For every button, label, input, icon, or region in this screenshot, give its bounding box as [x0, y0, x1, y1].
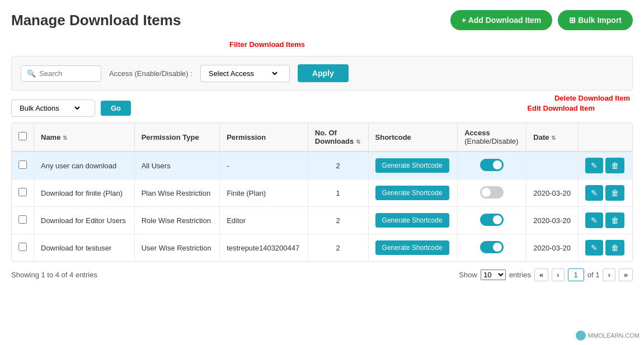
first-page-button[interactable]: «	[534, 268, 548, 281]
row-permission: Finite (Plan)	[220, 179, 308, 207]
access-toggle[interactable]	[480, 159, 504, 171]
row-downloads: 1	[308, 179, 368, 207]
row-checkbox[interactable]	[18, 188, 27, 196]
toggle-knob	[482, 188, 491, 197]
row-permission-type: Plan Wise Restriction	[134, 179, 219, 207]
toggle-knob	[493, 160, 502, 169]
col-header-access: Access(Enable/Disable)	[458, 123, 527, 152]
row-checkbox-cell	[12, 207, 34, 234]
row-date: 2020-03-20	[527, 234, 579, 262]
row-actions: ✎🗑	[579, 207, 632, 234]
col-header-permission: Permission	[220, 123, 308, 152]
showing-entries: Showing 1 to 4 of 4 entries	[11, 271, 97, 279]
toggle-knob	[493, 215, 502, 224]
show-label: Show	[459, 271, 477, 279]
bulk-import-button[interactable]: ⊞ Bulk Import	[558, 10, 633, 30]
edit-annotation: Edit Download Item	[527, 104, 595, 112]
delete-button[interactable]: 🗑	[605, 185, 624, 201]
edit-button[interactable]: ✎	[585, 240, 603, 256]
bulk-actions-wrapper: Bulk Actions Delete	[11, 100, 95, 117]
table-footer: Showing 1 to 4 of 4 entries Show 10 25 5…	[11, 268, 633, 281]
row-downloads: 2	[308, 234, 368, 262]
select-access-dropdown[interactable]: Select Access Enable Disable	[206, 69, 279, 78]
watermark: MMOLEARN.COM	[576, 330, 640, 341]
date-sort-icon[interactable]: ⇅	[551, 135, 556, 141]
row-name: Any user can download	[34, 152, 135, 179]
prev-page-button[interactable]: ‹	[552, 268, 564, 281]
row-access	[458, 234, 527, 262]
entries-label: entries	[509, 271, 531, 279]
filter-annotation-label: Filter Download Items	[229, 40, 305, 49]
row-permission: testrepute1403200447	[220, 234, 308, 262]
row-checkbox[interactable]	[18, 160, 27, 169]
next-page-button[interactable]: ›	[603, 268, 615, 281]
access-toggle[interactable]	[480, 241, 504, 253]
name-sort-icon[interactable]: ⇅	[63, 135, 67, 141]
download-items-table: Name ⇅ Permission Type Permission No. Of…	[11, 122, 633, 262]
watermark-text: MMOLEARN.COM	[588, 332, 640, 339]
delete-annotation: Delete Download Item	[554, 94, 630, 102]
generate-shortcode-button[interactable]: Generate Shortcode	[375, 186, 449, 200]
row-shortcode: Generate Shortcode	[368, 179, 458, 207]
action-buttons: ✎🗑	[585, 185, 626, 201]
edit-button[interactable]: ✎	[585, 158, 603, 173]
row-name: Download for testuser	[34, 234, 135, 262]
select-access-wrapper: Select Access Enable Disable	[200, 65, 290, 82]
row-access	[458, 152, 527, 179]
row-name: Download for finite (Plan)	[34, 179, 135, 207]
last-page-button[interactable]: »	[619, 268, 633, 281]
generate-shortcode-button[interactable]: Generate Shortcode	[375, 240, 449, 255]
delete-button[interactable]: 🗑	[605, 212, 624, 228]
pagination: Show 10 25 50 100 entries « ‹ 1 of 1 › »	[459, 268, 633, 281]
table-row: Download for Editor UsersRole Wise Restr…	[12, 207, 632, 234]
of-pages: of 1	[587, 271, 600, 279]
col-header-actions	[579, 123, 632, 152]
go-button[interactable]: Go	[101, 101, 131, 116]
row-shortcode: Generate Shortcode	[368, 234, 458, 262]
row-checkbox-cell	[12, 179, 34, 207]
apply-button[interactable]: Apply	[298, 64, 349, 82]
row-permission-type: User Wise Restriction	[134, 234, 219, 262]
row-date	[527, 152, 579, 179]
row-shortcode: Generate Shortcode	[368, 152, 458, 179]
row-checkbox[interactable]	[18, 215, 27, 224]
row-permission-type: All Users	[134, 152, 219, 179]
action-buttons: ✎🗑	[585, 240, 626, 256]
col-header-permission-type: Permission Type	[134, 123, 219, 152]
add-download-item-button[interactable]: + Add Download Item	[450, 10, 552, 30]
select-all-checkbox[interactable]	[18, 132, 27, 140]
delete-button[interactable]: 🗑	[605, 240, 624, 256]
row-checkbox[interactable]	[18, 243, 27, 251]
search-input[interactable]	[39, 69, 95, 78]
per-page-select[interactable]: 10 25 50 100	[481, 270, 506, 280]
row-permission: -	[220, 152, 308, 179]
row-shortcode: Generate Shortcode	[368, 207, 458, 234]
col-header-date: Date ⇅	[527, 123, 579, 152]
delete-button[interactable]: 🗑	[605, 158, 624, 173]
row-downloads: 2	[308, 152, 368, 179]
watermark-globe-icon	[576, 330, 586, 341]
downloads-sort-icon[interactable]: ⇅	[356, 139, 360, 145]
access-toggle[interactable]	[480, 186, 504, 199]
col-header-checkbox	[12, 123, 34, 152]
row-name: Download for Editor Users	[34, 207, 135, 234]
current-page: 1	[568, 268, 584, 281]
search-icon: 🔍	[27, 69, 36, 78]
generate-shortcode-button[interactable]: Generate Shortcode	[375, 213, 449, 228]
generate-shortcode-button[interactable]: Generate Shortcode	[375, 158, 449, 173]
edit-button[interactable]: ✎	[585, 212, 603, 228]
edit-button[interactable]: ✎	[585, 185, 603, 201]
row-checkbox-cell	[12, 152, 34, 179]
col-header-shortcode: Shortcode	[368, 123, 458, 152]
bulk-actions-dropdown[interactable]: Bulk Actions Delete	[17, 103, 82, 113]
search-box: 🔍	[21, 65, 101, 82]
action-buttons: ✎🗑	[585, 158, 626, 173]
row-checkbox-cell	[12, 234, 34, 262]
col-header-name: Name ⇅	[34, 123, 135, 152]
filter-bar: 🔍 Access (Enable/Disable) : Select Acces…	[11, 56, 633, 91]
row-permission-type: Role Wise Restriction	[134, 207, 219, 234]
table-row: Download for testuserUser Wise Restricti…	[12, 234, 632, 262]
access-toggle[interactable]	[480, 214, 504, 226]
row-actions: ✎🗑	[579, 152, 632, 179]
row-actions: ✎🗑	[579, 179, 632, 207]
